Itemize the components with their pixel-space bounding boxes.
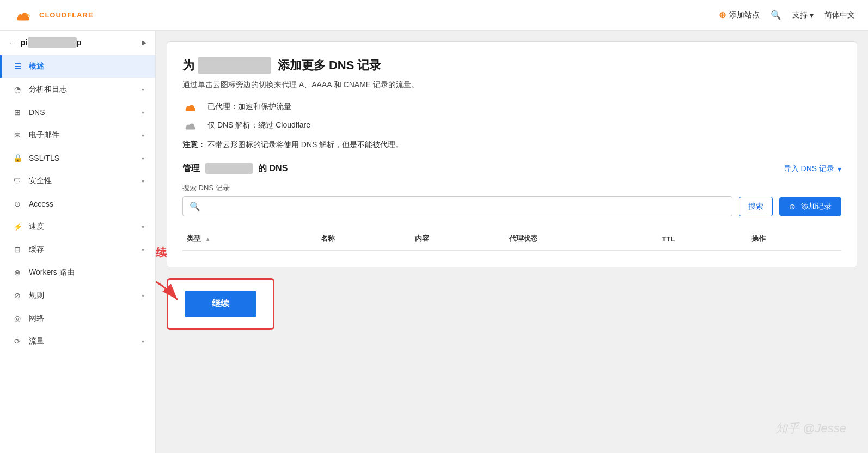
language-selector[interactable]: 简体中文: [824, 10, 855, 20]
note-bold-label: 注意：: [182, 140, 205, 149]
sidebar-item-speed-inner: ⚡ 速度: [13, 222, 44, 232]
dns-table-header-row: 类型 ▲ 名称 内容 代理状态 TTL 操作: [182, 227, 841, 251]
col-proxy-status: 代理状态: [505, 227, 657, 251]
support-arrow-icon: ▾: [810, 11, 814, 20]
note-text: 不带云形图标的记录将使用 DNS 解析，但是不能被代理。: [207, 140, 403, 149]
dns-only-option: 仅 DNS 解析：绕过 Cloudflare: [182, 119, 841, 131]
search-button[interactable]: 搜索: [739, 197, 773, 216]
manage-prefix: 管理: [182, 164, 200, 173]
continue-btn-label: 继续: [212, 299, 229, 308]
sidebar-item-email[interactable]: ✉ 电子邮件 ▾: [0, 124, 155, 147]
email-arrow-icon: ▾: [142, 132, 144, 138]
gray-cloud-icon: [182, 119, 200, 131]
dns-note: 注意： 不带云形图标的记录将使用 DNS 解析，但是不能被代理。: [182, 140, 841, 150]
cache-arrow-icon: ▾: [142, 247, 144, 253]
sidebar-item-analytics-inner: ◔ 分析和日志: [13, 84, 67, 94]
sidebar-item-cache[interactable]: ⊟ 缓存 ▾: [0, 238, 155, 261]
sidebar-item-overview[interactable]: ☰ 概述: [0, 55, 155, 78]
col-ttl: TTL: [657, 227, 747, 251]
sidebar-item-access-inner: ⊙ Access: [13, 199, 53, 209]
sidebar-item-network[interactable]: ◎ 网络: [0, 307, 155, 330]
dns-arrow-icon: ▾: [142, 110, 144, 116]
sort-arrow-icon: ▲: [205, 236, 211, 242]
sidebar-item-analytics[interactable]: ◔ 分析和日志 ▾: [0, 78, 155, 101]
search-icon[interactable]: 🔍: [771, 10, 781, 20]
speed-icon: ⚡: [13, 222, 22, 232]
ssl-arrow-icon: ▾: [142, 155, 144, 161]
sidebar-domain-name: pi████████p: [21, 37, 82, 48]
logo-text: CLOUDFLARE: [39, 11, 94, 19]
search-magnifier-icon: 🔍: [190, 201, 200, 212]
dns-panel: 为 pi██████p 添加更多 DNS 记录 通过单击云图标旁边的切换来代理 …: [167, 41, 857, 267]
sidebar-item-label-traffic: 流量: [29, 336, 44, 346]
dns-search-row: 🔍 搜索 ⊕ 添加记录: [182, 196, 841, 216]
search-btn-label: 搜索: [748, 202, 763, 210]
dns-panel-title: 为 pi██████p 添加更多 DNS 记录: [182, 57, 841, 74]
overview-icon: ☰: [13, 62, 22, 71]
traffic-icon: ⟳: [13, 336, 22, 346]
add-site-label: 添加站点: [729, 10, 760, 20]
security-arrow-icon: ▾: [142, 178, 144, 184]
sidebar-item-speed[interactable]: ⚡ 速度 ▾: [0, 215, 155, 238]
sidebar-item-workers[interactable]: ⊗ Workers 路由: [0, 261, 155, 284]
sidebar-item-label-workers: Workers 路由: [29, 268, 75, 277]
col-name: 名称: [316, 227, 411, 251]
sidebar-item-access[interactable]: ⊙ Access: [0, 192, 155, 215]
sidebar-item-label-analytics: 分析和日志: [29, 84, 67, 94]
sidebar-domain-row[interactable]: ← pi████████p ▶: [0, 31, 155, 55]
add-record-button[interactable]: ⊕ 添加记录: [779, 197, 841, 216]
sidebar-item-label-security: 安全性: [29, 176, 52, 186]
sidebar-item-label-rules: 规则: [29, 291, 44, 300]
add-record-label: 添加记录: [801, 202, 832, 212]
dns-table-head: 类型 ▲ 名称 内容 代理状态 TTL 操作: [182, 227, 841, 251]
sidebar-item-label-dns: DNS: [29, 108, 45, 117]
sidebar-item-label-access: Access: [29, 200, 53, 208]
title-suffix: 添加更多 DNS 记录: [278, 58, 382, 72]
search-input-wrapper: 🔍: [182, 196, 732, 216]
add-site-button[interactable]: ⊕ 添加站点: [719, 10, 760, 20]
sidebar-item-rules-inner: ⊘ 规则: [13, 291, 44, 300]
title-prefix: 为: [182, 58, 194, 72]
sidebar-item-traffic-inner: ⟳ 流量: [13, 336, 44, 346]
dns-manage-row: 管理 pi██████p 的 DNS 导入 DNS 记录 ▾: [182, 163, 841, 174]
sidebar-item-security[interactable]: 🛡 安全性 ▾: [0, 170, 155, 192]
topbar-right: ⊕ 添加站点 🔍 支持 ▾ 简体中文: [719, 10, 855, 20]
continue-btn-wrapper: 继续: [167, 278, 274, 330]
sidebar-item-ssl-inner: 🔒 SSL/TLS: [13, 153, 59, 163]
col-type: 类型 ▲: [182, 227, 316, 251]
ssl-icon: 🔒: [13, 153, 22, 163]
import-dns-button[interactable]: 导入 DNS 记录 ▾: [784, 164, 841, 174]
sidebar-item-traffic[interactable]: ⟳ 流量 ▾: [0, 330, 155, 353]
cloudflare-logo-icon: [13, 8, 35, 23]
plus-icon: ⊕: [719, 10, 726, 20]
sidebar-item-dns-inner: ⊞ DNS: [13, 107, 45, 117]
sidebar-item-network-inner: ◎ 网络: [13, 313, 44, 323]
email-icon: ✉: [13, 130, 22, 140]
sidebar-item-label-cache: 缓存: [29, 245, 44, 255]
watermark: 知乎 @Jesse: [775, 420, 846, 437]
workers-icon: ⊗: [13, 268, 22, 277]
dns-proxy-options: 已代理：加速和保护流量 仅 DNS 解析：绕过 Cloudflare: [182, 101, 841, 131]
col-content: 内容: [411, 227, 505, 251]
import-dns-label: 导入 DNS 记录: [784, 164, 834, 174]
security-icon: 🛡: [13, 176, 22, 186]
support-button[interactable]: 支持 ▾: [792, 10, 814, 20]
sidebar-item-ssl[interactable]: 🔒 SSL/TLS ▾: [0, 147, 155, 170]
add-icon: ⊕: [789, 202, 796, 211]
sidebar: ← pi████████p ▶ ☰ 概述 ◔ 分析和日志 ▾ ⊞ DNS: [0, 31, 156, 453]
rules-arrow-icon: ▾: [142, 293, 144, 299]
sidebar-item-dns[interactable]: ⊞ DNS ▾: [0, 101, 155, 124]
access-icon: ⊙: [13, 199, 22, 209]
analytics-arrow-icon: ▾: [142, 87, 144, 93]
speed-arrow-icon: ▾: [142, 224, 144, 230]
rules-icon: ⊘: [13, 291, 22, 300]
continue-section: 直接点继续 继续: [167, 278, 857, 330]
sidebar-item-overview-inner: ☰ 概述: [13, 62, 44, 71]
manage-suffix: 的 DNS: [258, 164, 288, 173]
continue-button[interactable]: 继续: [185, 291, 256, 317]
sidebar-item-label-overview: 概述: [29, 62, 44, 71]
sidebar-item-rules[interactable]: ⊘ 规则 ▾: [0, 284, 155, 307]
search-input[interactable]: [205, 202, 725, 211]
proxied-label: 已代理：加速和保护流量: [207, 102, 291, 112]
analytics-icon: ◔: [13, 84, 22, 94]
